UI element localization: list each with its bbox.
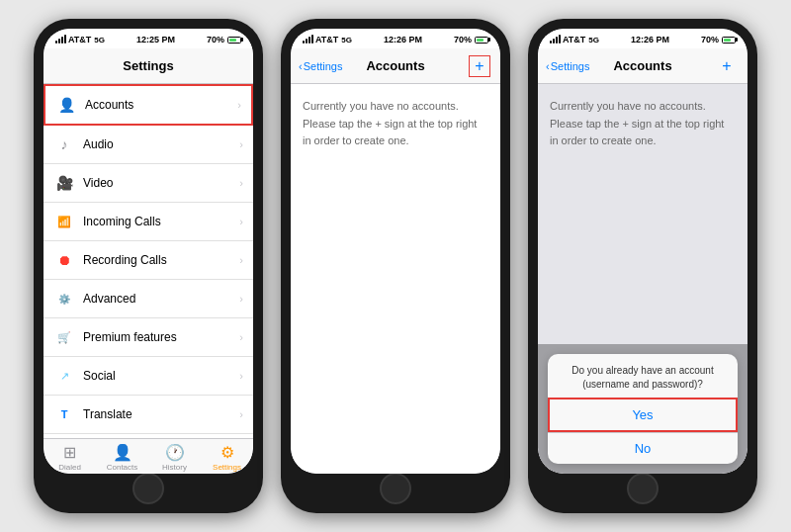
accounts-label: Accounts: [85, 98, 229, 112]
history-icon: 🕐: [165, 443, 185, 462]
back-chevron-2: ‹: [299, 60, 303, 72]
video-icon: 🎥: [53, 172, 75, 194]
status-bar-3: AT&T 5G 12:26 PM 70%: [538, 29, 747, 48]
home-button-1[interactable]: [132, 473, 164, 504]
network-label: 5G: [94, 36, 105, 44]
advanced-chevron: ›: [239, 293, 243, 305]
carrier-label: AT&T: [68, 35, 91, 44]
add-account-button[interactable]: +: [469, 55, 490, 77]
time-label-3: 12:26 PM: [631, 35, 669, 44]
tab-dialed[interactable]: ⊞ Dialed: [44, 443, 96, 472]
add-account-button-3[interactable]: +: [716, 55, 738, 77]
premium-chevron: ›: [239, 331, 243, 343]
home-button-2[interactable]: [380, 473, 411, 504]
audio-chevron: ›: [239, 138, 243, 150]
accounts-icon: 👤: [55, 94, 77, 116]
audio-icon: ♪: [53, 133, 75, 155]
premium-label: Premium features: [83, 330, 231, 344]
settings-item-audio[interactable]: ♪ Audio ›: [44, 126, 253, 164]
settings-item-accounts[interactable]: 👤 Accounts ›: [44, 84, 253, 126]
recording-icon: ⏺: [53, 249, 75, 271]
settings-item-recording[interactable]: ⏺ Recording Calls ›: [44, 241, 253, 280]
dialog-overlay: Do you already have an account (username…: [538, 344, 747, 474]
phone-3: AT&T 5G 12:26 PM 70% ‹ Settings Accounts: [528, 19, 757, 513]
advanced-icon: ⚙️: [53, 288, 75, 310]
settings-tab-label: Settings: [213, 463, 241, 472]
social-chevron: ›: [239, 370, 243, 382]
incoming-chevron: ›: [239, 216, 243, 227]
video-chevron: ›: [239, 177, 243, 189]
add-icon: +: [475, 57, 483, 75]
settings-item-video[interactable]: 🎥 Video ›: [44, 164, 253, 203]
back-label-3: Settings: [551, 60, 590, 72]
contacts-label: Contacts: [107, 463, 138, 472]
translate-label: Translate: [83, 407, 231, 421]
back-button-2[interactable]: ‹ Settings: [299, 60, 342, 72]
battery-label-2: 70%: [454, 35, 472, 44]
carrier-label-3: AT&T: [563, 35, 585, 44]
network-label-2: 5G: [341, 36, 352, 44]
settings-item-social[interactable]: ↗ Social ›: [44, 357, 253, 396]
signal-icon-2: [303, 36, 313, 44]
back-button-3[interactable]: ‹ Settings: [546, 60, 589, 72]
nav-title-2: Accounts: [366, 58, 424, 73]
no-button[interactable]: No: [548, 432, 738, 464]
battery-label-3: 70%: [701, 35, 719, 44]
accounts-chevron: ›: [237, 99, 241, 111]
incoming-icon: 📶: [53, 211, 75, 232]
dialed-icon: ⊞: [63, 443, 76, 462]
contacts-icon: 👤: [113, 443, 132, 462]
battery-icon-2: [475, 37, 488, 44]
battery-label: 70%: [207, 35, 224, 44]
carrier-label-2: AT&T: [315, 35, 338, 44]
settings-item-information[interactable]: ℹ Information ›: [44, 434, 253, 438]
battery-icon: [227, 37, 241, 44]
yes-button[interactable]: Yes: [548, 398, 738, 432]
no-accounts-message-2: Currently you have no accounts. Please t…: [291, 84, 500, 474]
incoming-label: Incoming Calls: [83, 215, 231, 228]
nav-bar-2: ‹ Settings Accounts +: [291, 48, 500, 84]
tab-settings[interactable]: ⚙ Settings: [201, 443, 253, 472]
settings-item-incoming[interactable]: 📶 Incoming Calls ›: [44, 203, 253, 241]
settings-list: 👤 Accounts › ♪ Audio › 🎥 Video › 📶 Incom…: [44, 84, 253, 438]
recording-chevron: ›: [239, 254, 243, 266]
time-label: 12:25 PM: [136, 35, 175, 44]
back-chevron-3: ‹: [546, 60, 550, 72]
settings-item-translate[interactable]: T Translate ›: [44, 396, 253, 434]
recording-label: Recording Calls: [83, 253, 231, 267]
premium-icon: 🛒: [53, 326, 75, 348]
signal-icon-3: [550, 36, 561, 44]
translate-chevron: ›: [239, 408, 243, 420]
translate-icon: T: [53, 403, 75, 425]
nav-title-3: Accounts: [613, 58, 671, 73]
nav-title-1: Settings: [123, 58, 173, 73]
signal-icon: [55, 36, 66, 44]
dialog-question: Do you already have an account (username…: [548, 354, 738, 398]
account-dialog: Do you already have an account (username…: [548, 354, 738, 464]
home-button-3[interactable]: [627, 473, 659, 504]
settings-icon: ⚙: [220, 443, 234, 462]
advanced-label: Advanced: [83, 292, 231, 306]
settings-item-premium[interactable]: 🛒 Premium features ›: [44, 318, 253, 357]
phone-1: AT&T 5G 12:25 PM 70% Settings 👤: [34, 19, 263, 513]
time-label-2: 12:26 PM: [384, 35, 422, 44]
dialed-label: Dialed: [58, 463, 81, 472]
back-label-2: Settings: [304, 60, 343, 72]
battery-icon-3: [722, 37, 736, 44]
status-bar-1: AT&T 5G 12:25 PM 70%: [44, 29, 253, 48]
settings-item-advanced[interactable]: ⚙️ Advanced ›: [44, 280, 253, 318]
status-bar-2: AT&T 5G 12:26 PM 70%: [291, 29, 500, 48]
social-icon: ↗: [53, 365, 75, 387]
phone-2: AT&T 5G 12:26 PM 70% ‹ Settings Accounts: [281, 19, 510, 513]
nav-bar-3: ‹ Settings Accounts +: [538, 48, 747, 84]
nav-bar-1: Settings: [44, 48, 253, 84]
history-label: History: [162, 463, 187, 472]
tab-contacts[interactable]: 👤 Contacts: [96, 443, 148, 472]
social-label: Social: [83, 369, 231, 383]
video-label: Video: [83, 176, 231, 190]
tab-bar-1: ⊞ Dialed 👤 Contacts 🕐 History ⚙ Settings: [44, 438, 253, 474]
add-icon-3: +: [722, 57, 731, 75]
audio-label: Audio: [83, 137, 231, 151]
tab-history[interactable]: 🕐 History: [148, 443, 201, 472]
network-label-3: 5G: [588, 36, 599, 44]
